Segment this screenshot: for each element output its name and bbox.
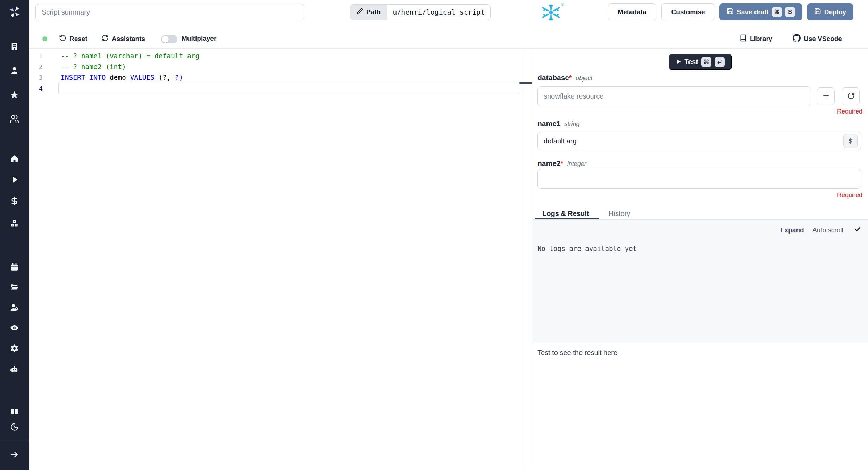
plus-icon — [822, 92, 830, 101]
active-line-highlight — [58, 83, 520, 94]
required-badge: Required — [764, 108, 862, 115]
path-label: Path — [366, 8, 381, 16]
multiplayer-label: Multiplayer — [182, 35, 216, 42]
settings-gear-icon[interactable] — [0, 344, 29, 353]
rotate-cw-icon — [847, 92, 855, 101]
cmd-key: ⌘ — [772, 7, 782, 17]
user-icon[interactable] — [0, 66, 29, 75]
sidebar — [0, 0, 29, 470]
logs-panel — [532, 220, 868, 343]
star-icon[interactable] — [0, 90, 29, 100]
cmd-key: ⌘ — [701, 57, 711, 67]
user-cog-icon[interactable] — [0, 303, 29, 312]
boxes-icon[interactable] — [0, 219, 29, 228]
play-icon — [676, 59, 681, 65]
name1-input[interactable] — [537, 132, 861, 150]
sidebar-divider — [0, 440, 29, 440]
collapse-arrow-right-icon[interactable] — [0, 450, 29, 459]
users-icon[interactable] — [0, 114, 29, 124]
path-value: u/henri/logical_script — [387, 5, 490, 20]
eye-icon[interactable] — [0, 323, 29, 333]
status-dot — [42, 36, 47, 41]
reset-button[interactable]: Reset — [59, 34, 87, 44]
test-button[interactable]: Test ⌘ — [669, 54, 732, 70]
calendar-icon[interactable] — [0, 262, 29, 272]
multiplayer-toggle[interactable] — [161, 35, 177, 43]
toolbar-divider — [29, 48, 868, 49]
folder-open-icon[interactable] — [0, 282, 29, 292]
name2-input[interactable] — [537, 169, 861, 189]
field-label-name2: name2* integer — [537, 159, 586, 168]
code-line: 1 -- ? name1 (varchar) = default arg — [29, 51, 523, 61]
s-key: S — [785, 7, 795, 17]
book-open-icon[interactable] — [0, 407, 29, 416]
field-label-database: database* object — [537, 74, 592, 82]
pencil-icon — [357, 8, 363, 16]
code-line: 3 INSERT INTO demo VALUES (?, ?) — [29, 72, 523, 83]
moon-icon[interactable] — [0, 422, 29, 431]
code-line: 2 -- ? name2 (int) — [29, 61, 523, 72]
script-summary-input[interactable] — [35, 4, 304, 20]
bot-icon[interactable] — [0, 365, 29, 374]
metadata-button[interactable]: Metadata — [608, 3, 656, 20]
path-control: Path u/henri/logical_script — [350, 4, 491, 20]
refresh-resource-button[interactable] — [842, 87, 860, 105]
snowflake-logo-icon: ® — [542, 3, 563, 23]
dollar-sign-icon[interactable] — [0, 196, 29, 206]
building-icon[interactable] — [0, 42, 29, 51]
enter-key-icon — [715, 57, 725, 67]
editor-border — [523, 49, 523, 470]
database-input[interactable] — [537, 86, 811, 106]
variable-picker-button[interactable]: $ — [843, 134, 858, 148]
add-resource-button[interactable] — [817, 87, 835, 105]
customise-button[interactable]: Customise — [661, 3, 715, 20]
github-icon — [793, 34, 801, 44]
use-vscode-button[interactable]: Use VScode — [793, 34, 842, 44]
logs-empty-message: No logs are available yet — [537, 245, 637, 252]
check-icon[interactable] — [854, 226, 861, 235]
save-icon — [727, 8, 734, 16]
rotate-ccw-icon — [59, 34, 66, 43]
save-icon — [814, 8, 821, 16]
tab-logs-result[interactable]: Logs & Result — [542, 210, 589, 218]
result-divider — [532, 343, 868, 343]
play-icon[interactable] — [0, 175, 29, 184]
tab-history[interactable]: History — [609, 210, 630, 218]
required-badge: Required — [764, 192, 862, 199]
save-draft-button[interactable]: Save draft ⌘ S — [719, 3, 802, 20]
library-button[interactable]: Library — [740, 34, 772, 44]
assistants-button[interactable]: Assistants — [101, 34, 145, 44]
deploy-button[interactable]: Deploy — [807, 3, 853, 20]
refresh-icon — [101, 34, 109, 43]
windmill-logo-icon[interactable] — [0, 6, 29, 19]
edit-path-button[interactable]: Path — [350, 5, 387, 20]
panel-resize-handle[interactable] — [519, 82, 532, 84]
result-hint: Test to see the result here — [537, 349, 617, 357]
field-label-name1: name1 string — [537, 119, 580, 128]
expand-button[interactable]: Expand — [780, 226, 804, 234]
home-icon[interactable] — [0, 154, 29, 163]
book-icon — [740, 34, 747, 43]
autoscroll-toggle[interactable]: Auto scroll — [812, 226, 843, 234]
